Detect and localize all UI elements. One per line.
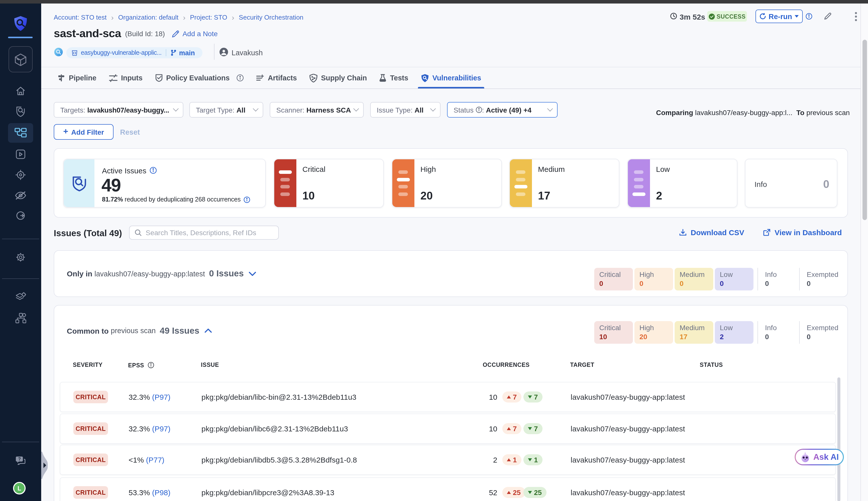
svg-text:?: ? bbox=[18, 457, 21, 461]
